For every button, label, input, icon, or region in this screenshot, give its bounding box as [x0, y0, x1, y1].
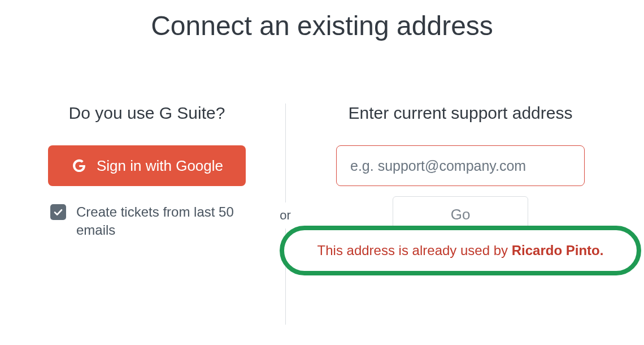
support-address-column: Enter current support address Go This ad…	[302, 104, 619, 275]
google-icon	[71, 157, 88, 174]
create-tickets-label: Create tickets from last 50 emails	[76, 203, 246, 240]
check-icon	[53, 207, 63, 217]
page-title: Connect an existing address	[0, 0, 644, 41]
error-callout: This address is already used by Ricardo …	[280, 226, 641, 275]
separator-or-label: or	[280, 202, 291, 228]
error-user-name: Ricardo Pinto.	[512, 243, 604, 258]
support-address-heading: Enter current support address	[349, 104, 573, 123]
two-column-layout: Do you use G Suite? Sign in with Google …	[0, 104, 644, 325]
support-email-input[interactable]	[336, 145, 585, 186]
error-prefix: This address is already used by	[317, 243, 512, 258]
error-message: This address is already used by Ricardo …	[317, 243, 604, 258]
create-tickets-checkbox[interactable]	[50, 204, 66, 220]
separator-line-top	[285, 104, 286, 202]
google-button-label: Sign in with Google	[97, 157, 223, 175]
sign-in-with-google-button[interactable]: Sign in with Google	[48, 145, 246, 186]
error-highlight-ring: This address is already used by Ricardo …	[280, 226, 641, 275]
gsuite-column: Do you use G Suite? Sign in with Google …	[25, 104, 268, 240]
gsuite-heading: Do you use G Suite?	[69, 104, 225, 123]
create-tickets-checkbox-row: Create tickets from last 50 emails	[48, 203, 246, 240]
column-separator: or	[268, 104, 302, 325]
